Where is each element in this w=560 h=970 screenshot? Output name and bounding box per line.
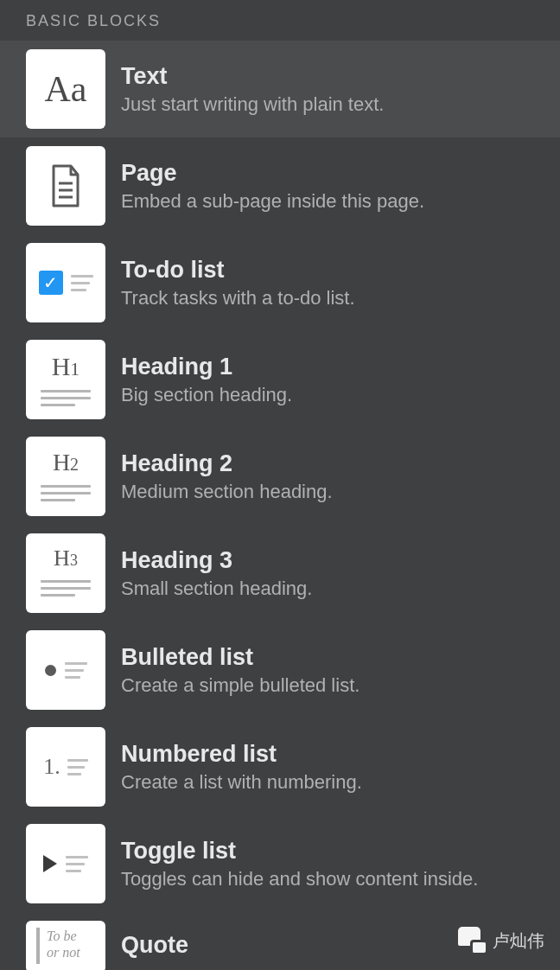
menu-item-text[interactable]: Aa Text Just start writing with plain te… (0, 41, 560, 137)
menu-item-heading-3[interactable]: H3 Heading 3 Small section heading. (0, 525, 560, 622)
item-text: Toggle list Toggles can hide and show co… (121, 838, 478, 890)
item-desc: Embed a sub-page inside this page. (121, 190, 424, 213)
numbered-list-icon: 1. (26, 727, 105, 807)
item-desc: Just start writing with plain text. (121, 93, 384, 116)
item-text: Numbered list Create a list with numberi… (121, 741, 362, 794)
item-title: Heading 2 (121, 450, 333, 477)
heading-1-icon: H1 (26, 340, 105, 419)
menu-item-heading-1[interactable]: H1 Heading 1 Big section heading. (0, 331, 560, 428)
item-text: Page Embed a sub-page inside this page. (121, 160, 424, 213)
item-desc: Medium section heading. (121, 481, 333, 503)
text-icon: Aa (26, 49, 105, 129)
item-title: Text (121, 63, 384, 90)
item-title: Heading 1 (121, 354, 292, 380)
bulleted-list-icon (26, 630, 105, 710)
menu-item-numbered-list[interactable]: 1. Numbered list Create a list with numb… (0, 718, 560, 815)
menu-item-page[interactable]: Page Embed a sub-page inside this page. (0, 137, 560, 234)
quote-icon: To be or not (26, 921, 105, 970)
block-menu-list: Aa Text Just start writing with plain te… (0, 41, 560, 970)
item-desc: Toggles can hide and show content inside… (121, 868, 478, 890)
item-desc: Track tasks with a to-do list. (121, 287, 355, 310)
watermark-label: 卢灿伟 (493, 929, 544, 953)
menu-item-bulleted-list[interactable]: Bulleted list Create a simple bulleted l… (0, 622, 560, 718)
item-text: Heading 1 Big section heading. (121, 354, 292, 406)
section-header: BASIC BLOCKS (0, 0, 560, 41)
item-text: To-do list Track tasks with a to-do list… (121, 257, 355, 310)
item-text: Heading 2 Medium section heading. (121, 450, 333, 503)
todo-icon: ✓ (26, 243, 105, 322)
item-title: Bulleted list (121, 644, 360, 671)
menu-item-todo[interactable]: ✓ To-do list Track tasks with a to-do li… (0, 234, 560, 331)
item-desc: Create a list with numbering. (121, 771, 362, 794)
item-title: To-do list (121, 257, 355, 284)
item-text: Quote (121, 932, 188, 962)
heading-2-icon: H2 (26, 437, 105, 516)
item-desc: Create a simple bulleted list. (121, 674, 360, 697)
menu-item-heading-2[interactable]: H2 Heading 2 Medium section heading. (0, 428, 560, 525)
item-title: Quote (121, 932, 188, 959)
item-title: Toggle list (121, 838, 478, 865)
item-text: Bulleted list Create a simple bulleted l… (121, 644, 360, 697)
item-text: Heading 3 Small section heading. (121, 547, 312, 600)
quote-icon-line2: or not (47, 944, 80, 960)
item-desc: Small section heading. (121, 578, 312, 600)
page-icon (26, 146, 105, 226)
quote-icon-line1: To be (47, 928, 80, 944)
wechat-icon (458, 927, 486, 954)
item-title: Page (121, 160, 424, 187)
menu-item-toggle-list[interactable]: Toggle list Toggles can hide and show co… (0, 815, 560, 912)
item-text: Text Just start writing with plain text. (121, 63, 384, 116)
watermark: 卢灿伟 (458, 927, 544, 954)
heading-3-icon: H3 (26, 533, 105, 613)
item-desc: Big section heading. (121, 384, 292, 406)
item-title: Numbered list (121, 741, 362, 768)
toggle-list-icon (26, 824, 105, 903)
item-title: Heading 3 (121, 547, 312, 574)
